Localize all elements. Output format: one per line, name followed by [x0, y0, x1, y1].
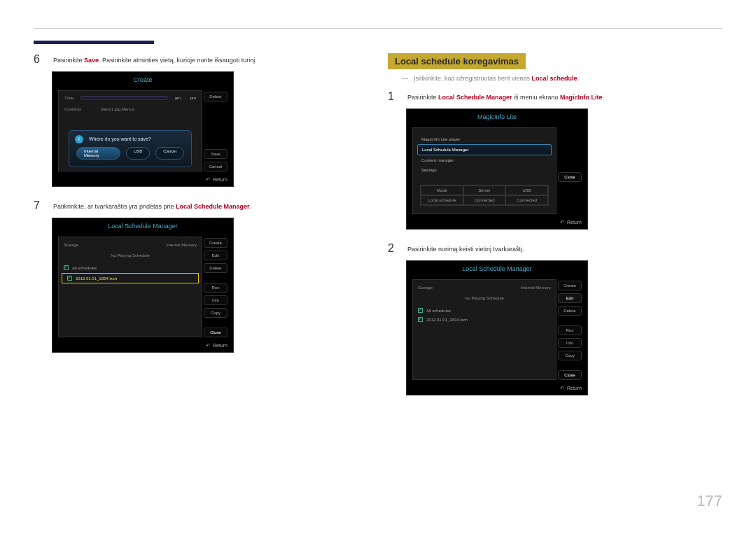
step-text: Pasirinkite norimą keisti vietinį tvarka…	[407, 242, 524, 255]
panel-title: Local Schedule Manager	[52, 218, 233, 232]
checkbox-icon	[64, 265, 69, 270]
screenshot-lsm-2: Local Schedule Manager StorageInternal M…	[406, 260, 588, 395]
left-column: 6 Pasirinkite Save. Pasirinkite atmintie…	[34, 53, 368, 408]
step-1: 1 Pasirinkite Local Schedule Manager iš …	[388, 90, 722, 103]
create-button[interactable]: Create	[204, 238, 227, 248]
dialog-question: Where do you want to save?	[89, 136, 184, 141]
step-number: 2	[388, 242, 399, 255]
cancel-button[interactable]: Cancel	[155, 147, 184, 160]
internal-memory-button[interactable]: Internal Memory	[76, 147, 120, 160]
status-grid: Mode Server USB Local schedule Connected…	[420, 185, 549, 206]
section-heading: Local schedule koregavimas	[388, 53, 526, 69]
close-button[interactable]: Close	[558, 370, 582, 380]
run-button[interactable]: Run	[204, 283, 227, 293]
create-button[interactable]: Create	[558, 281, 582, 290]
info-button[interactable]: Info	[204, 295, 227, 305]
save-button[interactable]: Save	[204, 149, 227, 159]
section-note: ―Įsitikinkite, kad užregistruotas bent v…	[402, 75, 722, 82]
checkbox-icon	[418, 308, 423, 313]
close-button[interactable]: Close	[558, 172, 582, 182]
list-item[interactable]: 2012.01.01_1834.lsch	[62, 273, 199, 283]
header-accent	[34, 41, 154, 44]
return-icon: ↶	[206, 343, 210, 349]
cancel-button[interactable]: Cancel	[204, 162, 227, 171]
edit-button[interactable]: Edit	[558, 293, 582, 303]
info-button[interactable]: Info	[558, 338, 582, 348]
step-number: 6	[34, 53, 45, 66]
panel-title: Local Schedule Manager	[407, 261, 587, 275]
close-button[interactable]: Close	[204, 328, 227, 337]
right-column: Local schedule koregavimas ―Įsitikinkite…	[388, 53, 722, 408]
return-icon: ↶	[560, 386, 564, 391]
delete-button[interactable]: Delete	[204, 92, 227, 101]
screenshot-lsm: Local Schedule Manager StorageInternal M…	[52, 218, 234, 353]
menu-item[interactable]: MagicInfo Lite player	[417, 134, 552, 144]
return-icon: ↶	[206, 177, 210, 183]
step-2: 2 Pasirinkite norimą keisti vietinį tvar…	[388, 242, 722, 255]
panel-title: MagicInfo Lite	[407, 109, 587, 123]
copy-button[interactable]: Copy	[558, 351, 582, 360]
step-text: Patikrinkite, ar tvarkaraštis yra pridėt…	[53, 199, 251, 212]
return-icon: ↶	[560, 220, 564, 225]
list-item[interactable]: All schedules	[413, 306, 556, 315]
page-number: 177	[696, 492, 722, 510]
screenshot-magicinfo-lite: MagicInfo Lite MagicInfo Lite player Loc…	[406, 108, 588, 230]
step-7: 7 Patikrinkite, ar tvarkaraštis yra prid…	[34, 199, 368, 212]
step-text: Pasirinkite Local Schedule Manager iš me…	[407, 90, 604, 103]
list-item[interactable]: 2012.01.01_1834.lsch	[413, 315, 556, 324]
step-number: 7	[34, 199, 45, 212]
menu-item[interactable]: Settings	[417, 165, 552, 175]
menu-item[interactable]: Content manager	[417, 155, 552, 165]
usb-button[interactable]: USB	[126, 147, 150, 160]
checkbox-icon	[67, 276, 72, 281]
checkbox-icon	[418, 317, 423, 322]
delete-button[interactable]: Delete	[558, 306, 582, 316]
copy-button[interactable]: Copy	[204, 308, 227, 318]
delete-button[interactable]: Delete	[204, 263, 227, 273]
menu-item[interactable]: Local Schedule Manager	[417, 144, 552, 155]
edit-button[interactable]: Edit	[204, 251, 227, 260]
save-dialog: i Where do you want to save? Internal Me…	[69, 130, 192, 167]
screenshot-create: Create Timeam·pm ContentsMenu1.jpg,Menu2…	[52, 71, 234, 187]
info-icon: i	[75, 135, 83, 143]
step-6: 6 Pasirinkite Save. Pasirinkite atmintie…	[34, 53, 368, 66]
step-number: 1	[388, 90, 399, 103]
panel-title: Create	[52, 72, 233, 86]
list-item[interactable]: All schedules	[59, 263, 202, 272]
step-text: Pasirinkite Save. Pasirinkite atminties …	[53, 53, 257, 66]
run-button[interactable]: Run	[558, 325, 582, 335]
